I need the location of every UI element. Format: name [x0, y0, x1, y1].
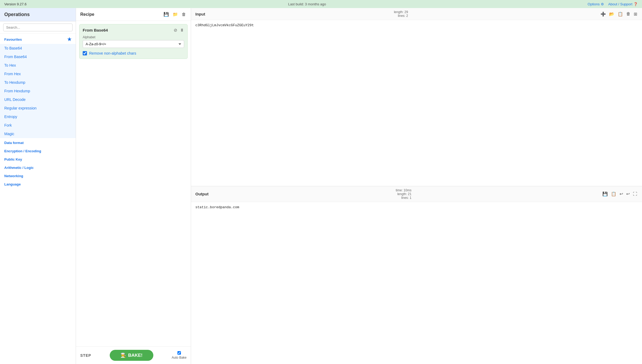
input-lines-label: lines:: [398, 14, 406, 18]
sidebar-item-regex[interactable]: Regular expression: [0, 104, 76, 112]
save-recipe-button[interactable]: 💾: [163, 11, 169, 17]
star-icon: ★: [67, 36, 71, 42]
sidebar-item-to-hex[interactable]: To Hex: [0, 61, 76, 70]
output-section: Output time: 10ms length: 21 lines: 1 💾 …: [191, 186, 642, 364]
input-meta: length: 29 lines: 2: [394, 10, 408, 18]
delete-recipe-button[interactable]: 🗑: [181, 11, 187, 17]
output-meta: time: 10ms length: 21 lines: 1: [396, 188, 412, 200]
input-open-button[interactable]: 📂: [609, 11, 615, 17]
sidebar-category-encryption[interactable]: Encryption / Encoding: [0, 146, 76, 155]
sidebar-item-from-hex[interactable]: From Hex: [0, 70, 76, 78]
input-section: Input length: 29 lines: 2 ➕ 📂 📋 🗑 ⊞ c3Rh…: [191, 8, 642, 186]
data-format-label: Data format: [4, 141, 24, 145]
output-send-to-input-button[interactable]: ↩: [619, 191, 624, 197]
sidebar-item-to-base64[interactable]: To Base64: [0, 44, 76, 52]
sidebar-item-magic[interactable]: Magic: [0, 130, 76, 138]
input-add-button[interactable]: ➕: [600, 11, 606, 17]
input-lines-value: 2: [406, 14, 408, 18]
input-title: Input: [195, 12, 205, 16]
sidebar-item-fork[interactable]: Fork: [0, 121, 76, 130]
operation-card-from-base64: From Base64 ⊘ ⏸ Alphabet A-Za-z0-9+/= A-…: [79, 24, 188, 59]
arithmetic-label: Arithmetic / Logic: [4, 166, 34, 170]
output-time-label: time:: [396, 188, 404, 192]
search-input[interactable]: [3, 24, 73, 31]
open-recipe-button[interactable]: 📁: [172, 11, 178, 17]
recipe-panel: Recipe 💾 📁 🗑 From Base64 ⊘ ⏸ Alphabet: [76, 8, 191, 364]
output-length-value: 21: [408, 192, 411, 196]
input-actions: ➕ 📂 📋 🗑 ⊞: [600, 11, 638, 17]
operation-card-header: From Base64 ⊘ ⏸: [83, 28, 184, 33]
sidebar-category-public-key[interactable]: Public Key: [0, 155, 76, 163]
pause-operation-button[interactable]: ⏸: [180, 28, 184, 33]
build-label: Last build: 3 months ago: [288, 2, 326, 6]
operation-title: From Base64: [83, 28, 108, 32]
sidebar-category-networking[interactable]: Networking: [0, 171, 76, 180]
output-title: Output: [195, 192, 208, 196]
alphabet-label: Alphabet: [83, 35, 184, 39]
auto-bake-checkbox[interactable]: [177, 351, 181, 355]
sidebar-item-from-base64[interactable]: From Base64: [0, 52, 76, 61]
output-copy-button[interactable]: 📋: [610, 191, 617, 197]
input-header: Input length: 29 lines: 2 ➕ 📂 📋 🗑 ⊞: [191, 8, 642, 20]
about-label: About / Support: [608, 2, 632, 6]
sidebar-item-from-hexdump[interactable]: From Hexdump: [0, 87, 76, 95]
step-button[interactable]: STEP: [80, 353, 91, 358]
output-undo-button[interactable]: ↩: [626, 191, 630, 197]
recipe-title: Recipe: [80, 12, 94, 17]
question-icon: ❓: [633, 2, 638, 6]
remove-nonalpha-row: Remove non-alphabet chars: [83, 51, 184, 55]
sidebar: Operations Favourites ★ To Base64 From B…: [0, 8, 76, 364]
output-actions: 💾 📋 ↩ ↩ ⛶: [602, 191, 638, 197]
input-length-value: 29: [404, 10, 408, 14]
sidebar-item-entropy[interactable]: Entropy: [0, 112, 76, 121]
sidebar-item-url-decode[interactable]: URL Decode: [0, 95, 76, 104]
sidebar-item-to-hexdump[interactable]: To Hexdump: [0, 78, 76, 87]
recipe-footer: STEP 👨‍🍳 BAKE! Auto Bake: [76, 346, 191, 364]
input-length-label: length:: [394, 10, 404, 14]
bake-label: BAKE!: [128, 353, 143, 358]
output-lines-value: 1: [410, 196, 412, 200]
auto-bake-container: Auto Bake: [172, 351, 187, 359]
output-save-button[interactable]: 💾: [602, 191, 608, 197]
disable-operation-button[interactable]: ⊘: [174, 28, 177, 33]
gear-icon: ⚙: [601, 2, 604, 6]
output-fullscreen-button[interactable]: ⛶: [632, 191, 638, 197]
recipe-icons: 💾 📁 🗑: [163, 11, 187, 17]
output-lines-label: lines:: [401, 196, 409, 200]
output-header: Output time: 10ms length: 21 lines: 1 💾 …: [191, 186, 642, 202]
encryption-label: Encryption / Encoding: [4, 149, 41, 153]
remove-nonalpha-checkbox[interactable]: [83, 51, 87, 55]
sidebar-category-arithmetic[interactable]: Arithmetic / Logic: [0, 163, 76, 171]
input-paste-button[interactable]: 📋: [617, 11, 624, 17]
remove-nonalpha-label: Remove non-alphabet chars: [89, 51, 136, 55]
sidebar-category-language[interactable]: Language: [0, 180, 76, 188]
right-panel: Input length: 29 lines: 2 ➕ 📂 📋 🗑 ⊞ c3Rh…: [191, 8, 642, 364]
options-button[interactable]: Options ⚙: [588, 2, 604, 6]
operation-actions: ⊘ ⏸: [174, 28, 184, 33]
output-length-label: length:: [397, 192, 408, 196]
input-textarea[interactable]: c3RhdGljLmJvcmVkcGFuZGEuY29t: [191, 20, 642, 186]
search-container: [0, 21, 76, 34]
input-layout-button[interactable]: ⊞: [633, 11, 638, 17]
sidebar-list: Favourites ★ To Base64 From Base64 To He…: [0, 34, 76, 364]
sidebar-title: Operations: [0, 8, 76, 21]
recipe-body: From Base64 ⊘ ⏸ Alphabet A-Za-z0-9+/= A-…: [76, 21, 191, 346]
alphabet-select[interactable]: A-Za-z0-9+/= A-Za-z0-9-_: [83, 40, 184, 48]
networking-label: Networking: [4, 174, 23, 178]
sidebar-category-favourites[interactable]: Favourites ★: [0, 34, 76, 44]
version-label: Version 9.27.6: [4, 2, 26, 6]
options-label: Options: [588, 2, 600, 6]
bake-emoji: 👨‍🍳: [120, 352, 126, 358]
auto-bake-label: Auto Bake: [172, 356, 187, 359]
alphabet-field: Alphabet A-Za-z0-9+/= A-Za-z0-9-_: [83, 35, 184, 48]
output-content: static.boredpanda.com: [191, 202, 642, 364]
input-clear-button[interactable]: 🗑: [626, 11, 631, 17]
favourites-label: Favourites: [4, 37, 22, 41]
bake-button[interactable]: 👨‍🍳 BAKE!: [110, 350, 153, 361]
recipe-header: Recipe 💾 📁 🗑: [76, 8, 191, 21]
output-time-value: 10ms: [404, 188, 411, 192]
topbar: Version 9.27.6 Last build: 3 months ago …: [0, 0, 642, 8]
about-button[interactable]: About / Support ❓: [608, 2, 638, 6]
language-label: Language: [4, 182, 21, 186]
sidebar-category-data-format[interactable]: Data format: [0, 138, 76, 146]
